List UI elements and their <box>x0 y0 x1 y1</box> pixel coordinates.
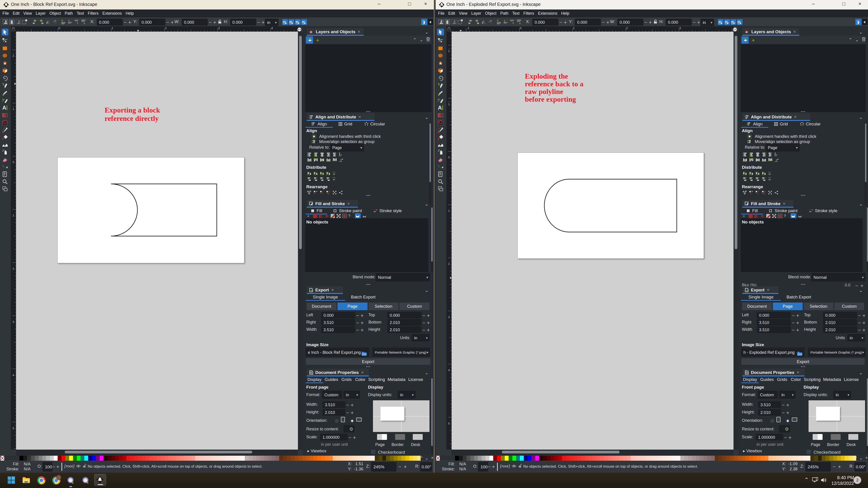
svg-text:3: 3 <box>218 26 220 30</box>
svg-text:1: 1 <box>448 103 450 106</box>
svg-text:3: 3 <box>679 26 681 30</box>
svg-text:2: 2 <box>165 26 166 30</box>
svg-text:1: 1 <box>12 214 14 217</box>
svg-text:3: 3 <box>448 315 450 319</box>
svg-text:A: A <box>2 105 6 111</box>
svg-text:1: 1 <box>448 209 450 213</box>
svg-text:5: 5 <box>12 427 14 430</box>
svg-text:-1: -1 <box>467 26 469 30</box>
svg-text:0: 0 <box>520 26 522 30</box>
svg-text:2: 2 <box>626 26 628 30</box>
svg-text:3: 3 <box>12 320 14 324</box>
svg-text:4: 4 <box>271 26 273 30</box>
svg-text:0: 0 <box>59 26 60 30</box>
svg-text:A: A <box>438 105 442 111</box>
svg-text:1: 1 <box>12 107 14 111</box>
svg-text:1: 1 <box>112 26 113 30</box>
svg-text:4: 4 <box>12 373 14 377</box>
svg-text:2: 2 <box>12 54 14 57</box>
svg-text:2: 2 <box>12 267 14 270</box>
svg-text:2: 2 <box>448 49 450 53</box>
svg-text:2: 2 <box>448 262 450 265</box>
svg-text:0: 0 <box>448 156 450 159</box>
svg-text:0: 0 <box>12 160 14 164</box>
svg-text:1: 1 <box>573 26 575 30</box>
svg-text:4: 4 <box>448 368 450 372</box>
svg-text:5: 5 <box>448 422 450 425</box>
